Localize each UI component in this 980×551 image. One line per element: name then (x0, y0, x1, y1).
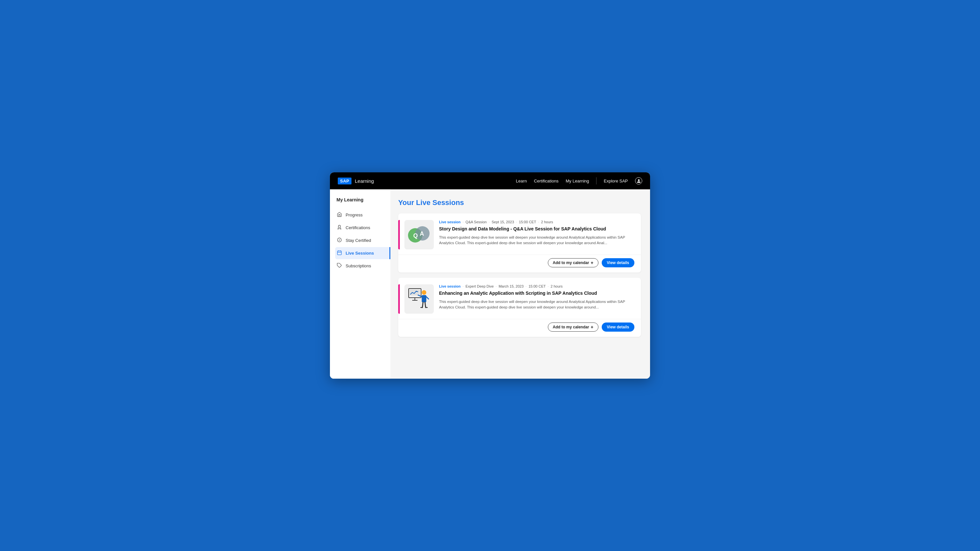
session-date-1: Sept 15, 2023 (492, 220, 514, 224)
card-actions-1: Add to my calendar + View details (398, 255, 641, 273)
session-card-1: Q A Live session · Q&A Session · Sept 15… (398, 213, 641, 273)
page-title: Your Live Sessions (398, 198, 641, 207)
sidebar-label-certifications: Certifications (345, 225, 370, 230)
sidebar-label-progress: Progress (345, 213, 363, 218)
session-title-1: Story Design and Data Modeling - Q&A Liv… (439, 226, 635, 232)
sap-logo: SAP (338, 178, 352, 184)
svg-point-15 (422, 290, 426, 295)
session-desc-1: This expert-guided deep dive live sessio… (439, 235, 635, 246)
card-top-1: Q A Live session · Q&A Session · Sept 15… (398, 213, 641, 255)
certifications-icon (336, 225, 342, 231)
svg-rect-16 (422, 295, 426, 302)
nav-link-exploresap[interactable]: Explore SAP (604, 179, 628, 183)
nav-link-mylearning[interactable]: My Learning (566, 179, 589, 183)
calendar-label-1: Add to my calendar (553, 260, 589, 265)
session-time-2: 15:00 CET (528, 284, 546, 288)
svg-text:A: A (420, 230, 424, 237)
top-nav: SAP Learning Learn Certifications My Lea… (330, 172, 650, 189)
nav-links: Learn Certifications My Learning Explore… (516, 177, 642, 184)
nav-link-learn[interactable]: Learn (516, 179, 527, 183)
card-body-2: Live session · Expert Deep Dive · March … (439, 284, 635, 314)
view-details-button-2[interactable]: View details (602, 322, 635, 332)
card-meta-2: Live session · Expert Deep Dive · March … (439, 284, 635, 288)
session-card-2: Live session · Expert Deep Dive · March … (398, 278, 641, 337)
session-image-1: Q A (404, 220, 434, 249)
content-area: My Learning Progress Certifications Stay… (330, 189, 650, 379)
svg-text:Q: Q (413, 232, 418, 239)
nav-brand: Learning (355, 178, 374, 184)
svg-point-0 (339, 225, 341, 227)
card-top-2: Live session · Expert Deep Dive · March … (398, 278, 641, 319)
card-meta-1: Live session · Q&A Session · Sept 15, 20… (439, 220, 635, 224)
card-accent-1 (398, 220, 400, 249)
svg-line-20 (425, 302, 426, 308)
home-icon (336, 212, 342, 218)
sidebar: My Learning Progress Certifications Stay… (330, 189, 390, 379)
sidebar-item-stay-certified[interactable]: Stay Certified (335, 234, 390, 246)
plus-icon-1: + (590, 260, 593, 265)
stay-certified-icon (336, 237, 342, 243)
svg-line-19 (422, 302, 423, 308)
session-title-2: Enhancing an Analytic Application with S… (439, 290, 635, 297)
main-content: Your Live Sessions Q A (390, 189, 650, 379)
card-actions-2: Add to my calendar + View details (398, 319, 641, 337)
view-details-button-1[interactable]: View details (602, 258, 635, 267)
nav-link-certifications[interactable]: Certifications (534, 179, 558, 183)
sidebar-item-live-sessions[interactable]: Live Sessions (335, 247, 390, 259)
session-type-1: Live session (439, 220, 461, 224)
add-calendar-button-2[interactable]: Add to my calendar + (548, 322, 598, 332)
sidebar-item-subscriptions[interactable]: Subscriptions (335, 260, 390, 272)
live-sessions-icon (336, 250, 342, 256)
sidebar-label-live-sessions: Live Sessions (345, 251, 374, 256)
sidebar-label-subscriptions: Subscriptions (345, 264, 371, 268)
nav-divider (596, 177, 597, 184)
card-body-1: Live session · Q&A Session · Sept 15, 20… (439, 220, 635, 249)
plus-icon-2: + (590, 325, 593, 329)
sidebar-section-title: My Learning (335, 197, 390, 202)
sidebar-item-progress[interactable]: Progress (335, 209, 390, 221)
add-calendar-button-1[interactable]: Add to my calendar + (548, 258, 598, 267)
calendar-label-2: Add to my calendar (553, 325, 589, 329)
svg-line-18 (426, 297, 429, 299)
session-category-2: Expert Deep Dive (466, 284, 493, 288)
card-accent-2 (398, 284, 400, 314)
session-duration-1: 2 hours (541, 220, 553, 224)
browser-window: SAP Learning Learn Certifications My Lea… (330, 172, 650, 379)
session-duration-2: 2 hours (551, 284, 563, 288)
session-desc-2: This expert-guided deep dive live sessio… (439, 299, 635, 310)
user-profile-icon[interactable] (635, 177, 642, 184)
session-type-2: Live session (439, 284, 461, 288)
session-category-1: Q&A Session (466, 220, 487, 224)
sidebar-item-certifications[interactable]: Certifications (335, 222, 390, 234)
sidebar-label-stay-certified: Stay Certified (345, 238, 371, 243)
subscriptions-icon (336, 263, 342, 269)
session-time-1: 15:00 CET (519, 220, 536, 224)
session-date-2: March 15, 2023 (498, 284, 523, 288)
svg-rect-2 (337, 251, 341, 255)
session-image-2 (404, 284, 434, 314)
